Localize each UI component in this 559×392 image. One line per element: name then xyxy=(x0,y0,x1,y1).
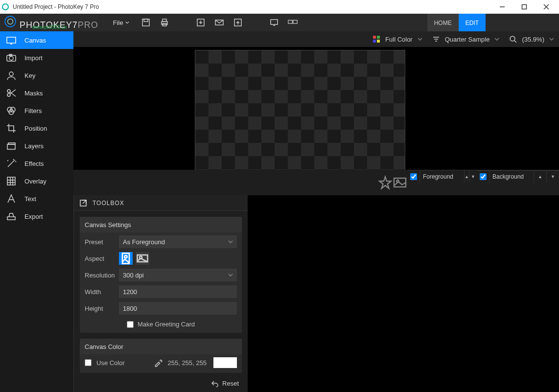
color-swatch-icon xyxy=(373,35,380,43)
layer-name: Foreground xyxy=(420,173,464,180)
close-button[interactable] xyxy=(535,0,557,14)
resolution-label: Resolution xyxy=(85,272,119,279)
export-drive-icon xyxy=(6,211,17,222)
tab-edit[interactable]: EDIT xyxy=(459,14,486,31)
section-title: Canvas Color xyxy=(85,343,123,350)
file-menu[interactable]: File xyxy=(113,19,129,26)
sidebar-item-label: Overlay xyxy=(24,178,47,185)
dual-monitor-icon[interactable] xyxy=(288,18,298,27)
chevron-down-icon xyxy=(418,37,422,42)
move-down-icon[interactable]: ▼ xyxy=(469,170,477,183)
toolbox-header: TOOLBOX xyxy=(74,195,248,211)
layer-row-background[interactable]: Background ▲ ▼ xyxy=(477,170,559,183)
canvas-color-section: Canvas Color Use Color 255, 255, 255 xyxy=(80,339,242,373)
sidebar-item-masks[interactable]: Masks xyxy=(0,84,73,102)
center-area: Full Color Quarter Sample (35.9%) www.pH… xyxy=(73,31,559,392)
svg-point-23 xyxy=(9,72,13,76)
canvas[interactable]: www.pHome.NET xyxy=(195,50,405,170)
svg-rect-16 xyxy=(288,20,292,23)
image-icon[interactable] xyxy=(393,170,407,195)
svg-rect-46 xyxy=(373,40,376,43)
svg-point-4 xyxy=(5,16,16,27)
svg-rect-44 xyxy=(373,36,376,39)
sidebar-item-overlay[interactable]: Overlay xyxy=(0,172,73,190)
svg-rect-14 xyxy=(271,20,278,24)
mail-icon[interactable] xyxy=(214,18,224,27)
save-icon[interactable] xyxy=(141,18,151,27)
color-swatch[interactable] xyxy=(213,357,237,368)
sidebar-item-export[interactable]: Export xyxy=(0,208,73,225)
svg-rect-32 xyxy=(8,143,15,144)
right-panel: TOOLBOX Canvas Settings Preset As Foregr… xyxy=(73,195,248,392)
print-icon[interactable] xyxy=(160,18,169,27)
sidebar-item-layers[interactable]: Layers xyxy=(0,137,73,155)
sidebar-item-label: Canvas xyxy=(24,37,46,44)
sidebar-item-label: Layers xyxy=(24,142,44,150)
title-bar: Untitled Project - PhotoKey 7 Pro xyxy=(0,0,559,14)
single-monitor-icon[interactable] xyxy=(269,18,279,27)
app-icon xyxy=(2,3,9,10)
toolbox-title: TOOLBOX xyxy=(93,200,124,207)
color-mode-dropdown[interactable]: Full Color xyxy=(373,35,422,43)
move-down-icon[interactable]: ▼ xyxy=(546,171,559,183)
layer-row-foreground[interactable]: Foreground ▲ ▼ Background ▲ ▼ xyxy=(407,170,559,183)
aspect-landscape-button[interactable] xyxy=(136,252,149,265)
svg-point-51 xyxy=(510,36,515,41)
use-color-checkbox[interactable] xyxy=(85,359,92,366)
chevron-down-icon xyxy=(228,239,233,244)
sidebar-item-filters[interactable]: Filters xyxy=(0,102,73,119)
sidebar-item-label: Filters xyxy=(24,107,42,115)
camera-icon xyxy=(6,52,17,63)
star-icon[interactable] xyxy=(378,170,393,195)
sample-dropdown[interactable]: Quarter Sample xyxy=(432,35,500,43)
aspect-portrait-button[interactable] xyxy=(119,252,133,265)
tab-home[interactable]: HOME xyxy=(427,14,459,31)
sample-icon xyxy=(432,35,440,43)
person-icon xyxy=(6,70,17,81)
sidebar-item-label: Import xyxy=(24,54,43,62)
greeting-card-checkbox[interactable] xyxy=(127,321,134,328)
export-icon[interactable] xyxy=(233,18,243,27)
sidebar-item-canvas[interactable]: Canvas xyxy=(0,31,73,49)
minimize-button[interactable] xyxy=(491,0,513,14)
move-up-icon[interactable]: ▲ ▼ xyxy=(464,170,477,183)
sidebar-item-effects[interactable]: Effects xyxy=(0,155,73,172)
logo-num: 7 xyxy=(72,20,78,30)
layer-checkbox-foreground[interactable] xyxy=(410,173,417,180)
file-menu-label: File xyxy=(113,19,123,26)
svg-rect-31 xyxy=(7,144,15,149)
eyedropper-icon[interactable] xyxy=(154,358,163,367)
svg-line-35 xyxy=(15,161,16,162)
logo-brand2: PRO xyxy=(78,20,98,30)
popout-icon[interactable] xyxy=(80,200,87,207)
move-up-icon[interactable]: ▲ xyxy=(534,171,546,183)
sidebar-item-key[interactable]: Key xyxy=(0,67,73,84)
import-icon[interactable] xyxy=(196,18,206,27)
width-input[interactable] xyxy=(119,285,237,298)
zoom-dropdown[interactable]: (35.9%) xyxy=(509,35,554,43)
resolution-dropdown[interactable]: 300 dpi xyxy=(119,269,237,281)
chevron-down-icon xyxy=(549,37,554,42)
height-input[interactable] xyxy=(119,302,237,315)
reset-label: Reset xyxy=(222,380,239,387)
svg-rect-37 xyxy=(7,177,15,185)
section-title: Canvas Settings xyxy=(85,221,131,229)
undo-icon xyxy=(211,380,218,387)
svg-line-57 xyxy=(83,200,86,204)
canvas-viewport[interactable]: www.pHome.NET xyxy=(73,47,559,170)
layers-icon xyxy=(6,140,17,151)
maximize-button[interactable] xyxy=(513,0,535,14)
svg-rect-43 xyxy=(7,217,15,220)
view-options-bar: Full Color Quarter Sample (35.9%) xyxy=(73,31,559,47)
sidebar-item-text[interactable]: Text xyxy=(0,190,73,208)
reset-button[interactable]: Reset xyxy=(74,373,248,387)
preset-dropdown[interactable]: As Foreground xyxy=(119,235,237,248)
layer-checkbox-background[interactable] xyxy=(480,173,487,180)
window-title: Untitled Project - PhotoKey 7 Pro xyxy=(13,3,491,10)
sidebar-item-import[interactable]: Import xyxy=(0,49,73,67)
svg-line-33 xyxy=(8,160,15,167)
svg-rect-18 xyxy=(7,37,16,43)
rgb-value: 255, 255, 255 xyxy=(167,359,207,367)
sidebar-item-position[interactable]: Position xyxy=(0,119,73,137)
aspect-label: Aspect xyxy=(85,255,119,262)
